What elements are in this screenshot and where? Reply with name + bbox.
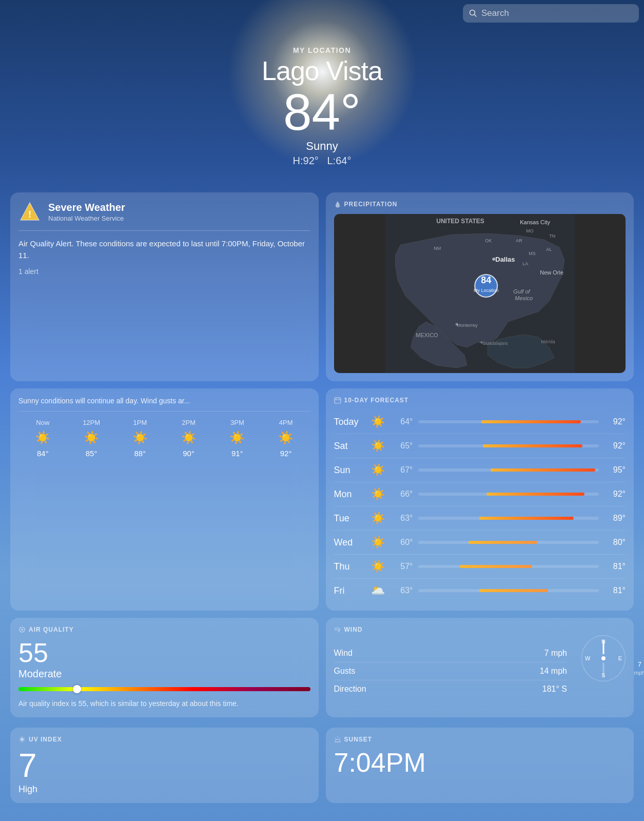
hour-item: 2PM ☀️ 90°	[164, 419, 213, 458]
forecast-high: 92°	[604, 417, 626, 426]
svg-text:!: !	[28, 209, 31, 220]
forecast-icon: ☀️	[370, 439, 386, 453]
hour-temp: 92°	[262, 449, 310, 458]
svg-text:MS: MS	[529, 251, 536, 256]
alert-count: 1 alert	[18, 267, 310, 276]
weather-condition: Sunny	[0, 140, 644, 153]
hour-label: 2PM	[164, 419, 213, 426]
svg-point-34	[21, 738, 24, 741]
bottom-cards: UV INDEX 7 High SUNSET 7:04PM	[0, 728, 644, 818]
wind-direction-row: Direction 181° S	[334, 680, 568, 698]
severe-weather-info: Severe Weather National Weather Service	[48, 202, 125, 222]
hi-lo: H:92° L:64°	[0, 155, 644, 167]
svg-point-33	[21, 629, 23, 631]
aq-body: Air quality index is 55, which is simila…	[18, 698, 310, 709]
forecast-icon: ☀️	[370, 536, 386, 549]
wind-card: WIND Wind 7 mph Gusts 14 mph Direction 1…	[326, 618, 634, 717]
forecast-day: Fri	[334, 585, 365, 596]
svg-point-19	[455, 323, 458, 326]
uv-index-card: UV INDEX 7 High	[10, 728, 319, 803]
forecast-high: 89°	[604, 514, 626, 523]
wind-rows: Wind 7 mph Gusts 14 mph Direction 181° S	[334, 644, 568, 698]
wind-speed-row: Wind 7 mph	[334, 644, 568, 662]
svg-point-22	[480, 341, 482, 343]
hour-temp: 91°	[213, 449, 262, 458]
temp-bar-container	[418, 517, 599, 520]
hourly-row: Now ☀️ 84° 12PM ☀️ 85° 1PM ☀️ 88° 2PM ☀️…	[18, 419, 310, 458]
sunset-label: SUNSET	[334, 736, 626, 743]
aq-description: Moderate	[18, 668, 310, 680]
temp-bar-container	[418, 565, 599, 568]
temp-bar-container	[418, 493, 599, 496]
svg-line-39	[20, 737, 21, 738]
wind-speed-value: 7 mph	[544, 649, 567, 658]
compass-needle-down	[603, 662, 604, 677]
sunset-icon	[334, 736, 341, 743]
city-name: Lago Vista	[0, 55, 644, 86]
uv-value: 7	[18, 749, 310, 782]
forecast-label: 10-DAY FORECAST	[334, 397, 626, 404]
forecast-day: Today	[334, 417, 365, 427]
forecast-icon: ☀️	[370, 487, 386, 501]
precipitation-map: Kansas City MO OK AR TN NM Dallas MS AL …	[334, 214, 626, 373]
svg-text:OK: OK	[485, 238, 492, 243]
svg-text:Monterrey: Monterrey	[457, 323, 478, 328]
precipitation-card: PRECIPITATION Kansas City MO OK AR TN NM…	[326, 192, 634, 381]
compass-needle-up	[603, 640, 604, 654]
hourly-card: Sunny conditions will continue all day. …	[10, 388, 319, 611]
hour-icon: ☀️	[18, 431, 67, 445]
wind-direction-value: 181° S	[542, 685, 567, 694]
forecast-card: 10-DAY FORECAST Today ☀️ 64° 92° Sat ☀️ …	[326, 388, 634, 611]
forecast-high: 81°	[604, 586, 626, 595]
forecast-day: Sun	[334, 465, 365, 476]
calendar-icon	[334, 397, 341, 404]
wind-speed-label: Wind	[334, 649, 353, 658]
hour-item: 12PM ☀️ 85°	[67, 419, 116, 458]
temp-bar-container	[418, 541, 599, 544]
svg-text:Gulf of: Gulf of	[513, 288, 530, 295]
forecast-day: Sat	[334, 441, 365, 452]
wind-label: WIND	[334, 626, 626, 633]
svg-text:MO: MO	[526, 228, 534, 233]
temp-bar-container	[418, 468, 599, 472]
location-label: MY LOCATION	[0, 46, 644, 54]
aq-bar	[18, 687, 310, 691]
forecast-low: 60°	[392, 538, 413, 547]
precipitation-icon	[334, 201, 341, 208]
wind-inner: Wind 7 mph Gusts 14 mph Direction 181° S	[334, 639, 626, 698]
hour-item: Now ☀️ 84°	[18, 419, 67, 458]
temp-bar	[479, 589, 548, 592]
wind-gusts-row: Gusts 14 mph	[334, 662, 568, 680]
svg-text:84: 84	[481, 275, 491, 285]
forecast-rows: Today ☀️ 64° 92° Sat ☀️ 65° 92° Sun ☀️ 6…	[334, 410, 626, 602]
hour-icon: ☀️	[262, 431, 310, 445]
svg-text:My Location: My Location	[473, 288, 498, 293]
compass-e: E	[618, 655, 622, 661]
hour-icon: ☀️	[164, 431, 213, 445]
wind-gusts-value: 14 mph	[540, 667, 567, 676]
weather-header: MY LOCATION Lago Vista 84° Sunny H:92° L…	[0, 0, 644, 167]
uv-desc: High	[18, 784, 310, 795]
uv-icon	[18, 736, 26, 743]
forecast-low: 65°	[392, 441, 413, 451]
svg-line-45	[335, 738, 336, 738]
forecast-day: Wed	[334, 537, 365, 548]
svg-text:TN: TN	[549, 233, 555, 239]
forecast-row: Sun ☀️ 67° 95°	[334, 458, 626, 482]
cards-area: ! Severe Weather National Weather Servic…	[0, 182, 644, 728]
temp-bar-container	[418, 589, 599, 592]
forecast-low: 64°	[392, 417, 413, 426]
wind-compass: N S E W	[581, 635, 626, 681]
svg-point-11	[492, 258, 495, 261]
compass-speed-label: 7mph	[634, 660, 644, 676]
svg-text:LA: LA	[522, 261, 528, 266]
forecast-row: Sat ☀️ 65° 92°	[334, 434, 626, 458]
forecast-low: 67°	[392, 465, 413, 475]
forecast-icon: ☀️	[370, 560, 386, 573]
forecast-high: 92°	[604, 490, 626, 499]
compass-center	[601, 656, 606, 660]
hour-icon: ☀️	[67, 431, 116, 445]
hour-icon: ☀️	[116, 431, 165, 445]
forecast-row: Fri 🌥️ 63° 81°	[334, 579, 626, 602]
temp-bar	[481, 420, 581, 423]
